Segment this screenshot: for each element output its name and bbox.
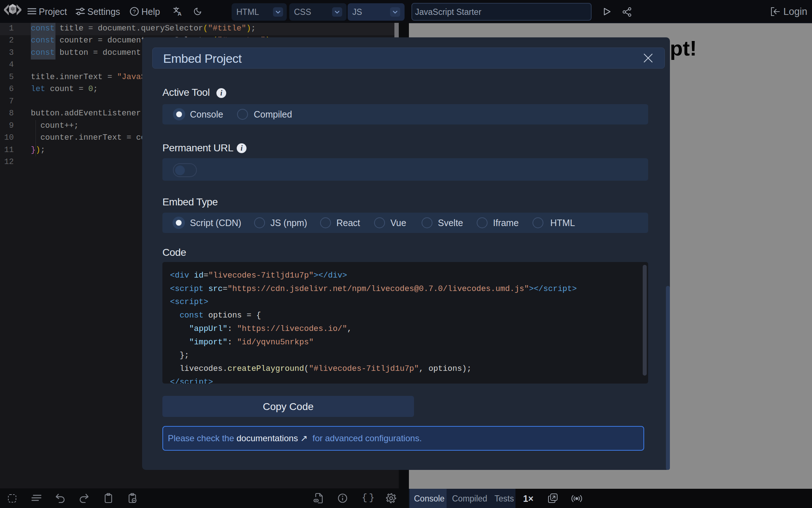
svg-text:?: ? (133, 8, 136, 15)
svg-text:A: A (178, 11, 182, 16)
